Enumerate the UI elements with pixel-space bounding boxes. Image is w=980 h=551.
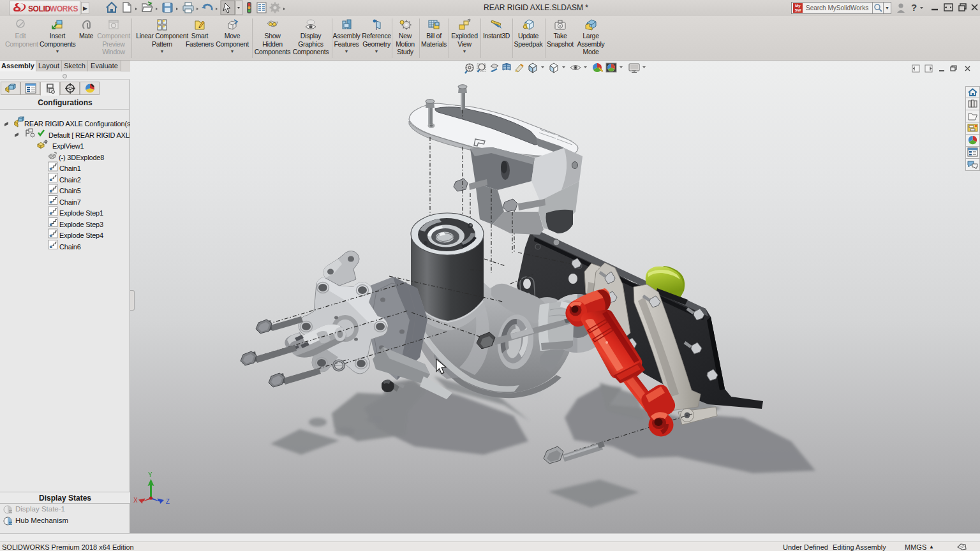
- svg-text:Z: Z: [166, 498, 170, 505]
- svg-text:WORKS: WORKS: [50, 4, 78, 13]
- svg-text:Y: Y: [148, 471, 152, 478]
- svg-text:X: X: [133, 497, 138, 504]
- svg-text:SOLID: SOLID: [28, 4, 50, 13]
- svg-text:?: ?: [911, 2, 917, 13]
